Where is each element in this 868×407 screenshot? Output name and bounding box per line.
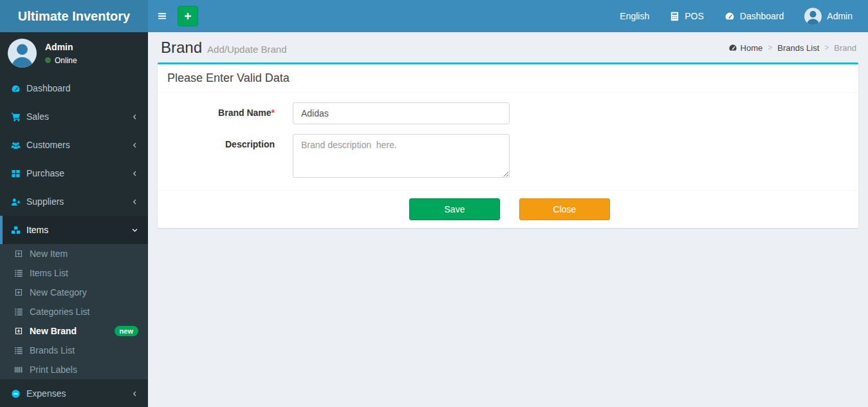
nav-language[interactable]: English [609,0,660,32]
page-title: BrandAdd/Update Brand [161,39,286,57]
navbar-right-menu: English POS Dashboard Admin [609,0,868,32]
breadcrumb-separator: > [768,43,772,52]
plus-square-icon [14,288,23,297]
breadcrumb-separator: > [824,43,829,52]
nav-pos[interactable]: POS [660,0,714,32]
calculator-icon [670,12,679,21]
page-subtitle: Add/Update Brand [207,44,286,55]
sidebar-item-label: Brands List [30,345,75,355]
page-title-text: Brand [161,39,202,56]
sidebar-avatar [8,39,37,68]
sidebar-item-label: New Category [30,287,87,298]
items-submenu: New Item Items List New Category Categor… [0,244,148,379]
sidebar-item-label: New Brand [30,326,77,336]
panel-body: Brand Name* Description [158,93,858,190]
quick-add-button[interactable] [178,6,198,26]
nav-user-label: Admin [827,11,853,21]
sidebar-menu: Dashboard Sales Customers Purchase Suppl… [0,74,148,407]
nav-pos-label: POS [685,11,704,21]
sidebar-item-label: Sales [26,111,49,122]
sidebar-item-label: Dashboard [26,83,71,93]
breadcrumb: Home > Brands List > Brand [728,43,856,53]
top-navbar: English POS Dashboard Admin [148,0,868,32]
main-header: Ultimate Inventory English POS Dashboard [0,0,868,32]
sidebar: Admin Online Dashboard Sales Customers [0,32,148,407]
content-wrapper: BrandAdd/Update Brand Home > Brands List… [148,32,868,407]
breadcrumb-current: Brand [834,43,856,53]
user-plus-icon [11,197,21,207]
plus-square-icon [14,249,23,258]
breadcrumb-brands-list[interactable]: Brands List [777,43,819,53]
sidebar-item-new-brand[interactable]: New Brand new [0,321,148,341]
person-icon [8,39,37,68]
home-icon [728,43,737,52]
sidebar-item-label: Customers [26,140,70,150]
dashboard-icon [11,84,21,93]
cubes-icon [11,225,21,235]
sidebar-item-label: Items List [30,268,68,278]
users-icon [11,140,21,150]
breadcrumb-brands-list-label: Brands List [777,43,819,53]
brand-name-control [293,102,510,124]
required-asterisk: * [272,108,275,118]
chevron-down-icon [131,227,138,234]
user-avatar [804,8,822,25]
brand-form-panel: Please Enter Valid Data Brand Name* Desc… [158,62,858,228]
sidebar-item-categories-list[interactable]: Categories List [0,302,148,321]
plus-square-icon [14,327,23,336]
chevron-left-icon [131,170,138,177]
sidebar-item-print-labels[interactable]: Print Labels [0,360,148,379]
sidebar-item-purchase[interactable]: Purchase [0,159,148,187]
content-header: BrandAdd/Update Brand Home > Brands List… [158,32,858,62]
list-icon [14,269,23,278]
save-button[interactable]: Save [409,198,500,220]
description-label: Description [167,134,293,180]
sidebar-item-new-category[interactable]: New Category [0,283,148,302]
minus-circle-icon [11,389,21,399]
nav-user-menu[interactable]: Admin [794,0,863,32]
sidebar-item-customers[interactable]: Customers [0,131,148,159]
description-textarea[interactable] [293,134,510,178]
online-status-dot [45,57,51,63]
list-icon [14,307,23,316]
sidebar-toggle-button[interactable] [148,0,176,32]
brand-name-row: Brand Name* [167,102,849,124]
close-button[interactable]: Close [519,198,610,220]
nav-dashboard[interactable]: Dashboard [714,0,795,32]
chevron-left-icon [131,390,138,397]
sidebar-user-panel: Admin Online [0,32,148,74]
panel-title: Please Enter Valid Data [158,64,858,93]
new-badge: new [115,326,138,336]
chevron-left-icon [131,198,138,205]
chevron-left-icon [131,142,138,149]
sidebar-item-label: Suppliers [26,196,64,207]
brand-name-input[interactable] [293,102,510,124]
sidebar-item-expenses[interactable]: Expenses [0,379,148,407]
sidebar-item-label: Categories List [30,307,89,317]
hamburger-icon [156,11,168,21]
sidebar-item-label: Print Labels [30,364,77,375]
description-row: Description [167,134,849,180]
cart-icon [11,112,21,122]
grid-icon [11,169,21,178]
sidebar-user-status[interactable]: Online [45,56,77,65]
sidebar-item-label: New Item [30,249,68,259]
dashboard-icon [725,11,735,21]
person-icon [804,8,822,25]
nav-dashboard-label: Dashboard [740,11,784,21]
sidebar-item-items[interactable]: Items [0,216,148,244]
sidebar-item-new-item[interactable]: New Item [0,244,148,263]
sidebar-item-sales[interactable]: Sales [0,102,148,131]
sidebar-item-suppliers[interactable]: Suppliers [0,187,148,216]
description-control [293,134,510,180]
breadcrumb-home[interactable]: Home [728,43,763,53]
sidebar-item-brands-list[interactable]: Brands List [0,341,148,360]
sidebar-item-label: Expenses [26,388,66,399]
breadcrumb-home-label: Home [741,43,763,53]
app-logo[interactable]: Ultimate Inventory [0,0,148,32]
sidebar-item-dashboard[interactable]: Dashboard [0,74,148,102]
sidebar-user-name: Admin [45,42,77,52]
chevron-left-icon [131,113,138,120]
sidebar-item-items-list[interactable]: Items List [0,263,148,283]
app-title: Ultimate Inventory [18,9,130,24]
